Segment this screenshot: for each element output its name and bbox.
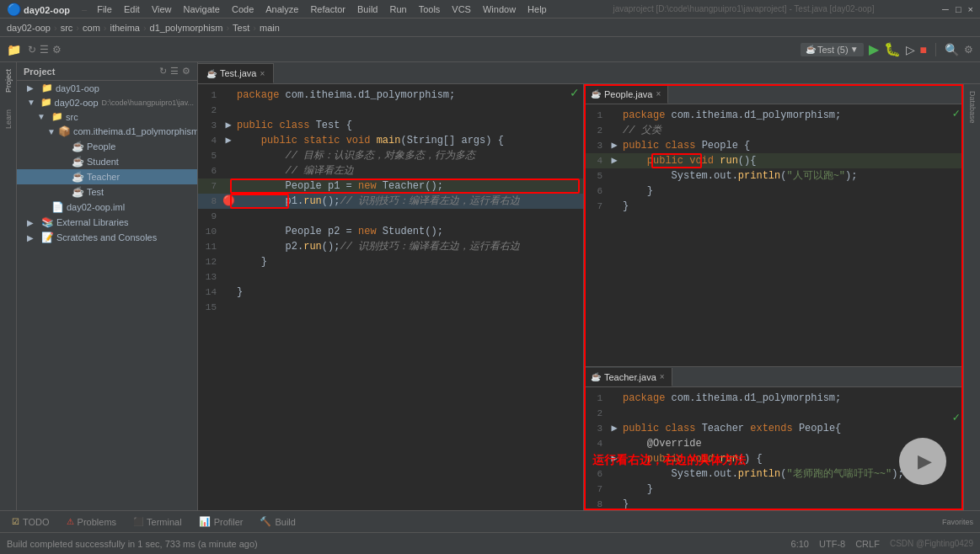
menu-navigate[interactable]: Navigate xyxy=(179,3,225,16)
breadcrumb-part[interactable]: main xyxy=(260,23,280,33)
play-icon: ▶ xyxy=(918,450,932,472)
run-config-dropdown[interactable]: ☕ Test (5) ▼ xyxy=(801,43,864,56)
menu-code[interactable]: Code xyxy=(227,3,259,16)
menu-edit[interactable]: Edit xyxy=(119,3,145,16)
tree-item-people[interactable]: ☕ People xyxy=(17,139,197,154)
panel-settings-icon[interactable]: ⚙ xyxy=(182,66,190,77)
list-icon[interactable]: ☰ xyxy=(40,44,49,56)
sync-icon[interactable]: ↻ xyxy=(28,44,36,56)
search-button[interactable]: 🔍 xyxy=(945,43,959,56)
code-line: 8 } xyxy=(584,497,963,510)
code-body-people[interactable]: 1 package com.itheima.d1_polymorphism; 2… xyxy=(584,104,963,366)
project-side-icon[interactable]: Project xyxy=(4,69,13,93)
encoding[interactable]: UTF-8 xyxy=(819,539,845,549)
project-icon: 📁 xyxy=(7,43,21,56)
tree-item-test[interactable]: ☕ Test xyxy=(17,184,197,200)
settings-button[interactable]: ⚙ xyxy=(964,44,973,56)
code-line: 4 ▶ public static void main(String[] arg… xyxy=(198,133,583,148)
menu-vcs[interactable]: VCS xyxy=(447,3,476,16)
panel-list-icon[interactable]: ☰ xyxy=(170,66,179,77)
play-overlay[interactable]: ▶ xyxy=(899,438,946,485)
validation-checkmark-teacher: ✓ xyxy=(953,411,960,424)
status-bar: Build completed successfully in 1 sec, 7… xyxy=(0,532,980,554)
tree-item-student[interactable]: ☕ Student xyxy=(17,154,197,169)
menu-window[interactable]: Window xyxy=(478,3,521,16)
code-line: 1 package com.itheima.d1_polymorphism; xyxy=(584,108,963,123)
tree-item-ext-libs[interactable]: ▶ 📚 External Libraries xyxy=(17,215,197,230)
tree-item-scratches[interactable]: ▶ 📝 Scratches and Consoles xyxy=(17,230,197,245)
editor-right-bottom: ☕ Teacher.java × 1 package com.itheima.d… xyxy=(584,367,963,510)
menu-file[interactable]: File xyxy=(92,3,117,16)
tree-item-src[interactable]: ▼ 📁 src xyxy=(17,109,197,124)
menu-run[interactable]: Run xyxy=(384,3,411,16)
editor-right: ☕ People.java × 1 package com.itheima.d1… xyxy=(584,84,963,510)
tree-item-package[interactable]: ▼ 📦 com.itheima.d1_polymorphism xyxy=(17,124,197,139)
code-line: 7 } xyxy=(584,199,963,214)
stop-button[interactable]: ■ xyxy=(920,43,927,56)
breadcrumb-part[interactable]: Test xyxy=(233,23,249,33)
bottom-tab-todo[interactable]: ☑ TODO xyxy=(7,515,55,529)
bottom-tab-build[interactable]: 🔨 Build xyxy=(254,514,300,529)
tree-item-teacher[interactable]: ☕ Teacher xyxy=(17,169,197,184)
breadcrumb-part[interactable]: d1_polymorphism xyxy=(150,23,223,33)
learn-side-icon[interactable]: Learn xyxy=(4,109,13,129)
favorites-side-icon[interactable]: Favorites xyxy=(942,518,973,526)
bottom-tab-profiler[interactable]: 📊 Profiler xyxy=(194,514,249,529)
code-line: 2 xyxy=(584,406,963,421)
coverage-button[interactable]: ▷ xyxy=(906,43,915,56)
tree-item-day02[interactable]: ▼ 📁 day02-oop D:\code\huangpuipro1\jav..… xyxy=(17,95,197,109)
code-line: 5 // 目标：认识多态，对象多态，行为多态 xyxy=(198,148,583,163)
terminal-icon: ⬛ xyxy=(133,517,143,526)
code-line: 3 ▶ public class Teacher extends People{ xyxy=(584,421,963,436)
code-line: 11 p2.run();// 识别技巧：编译看左边，运行看右边 xyxy=(198,239,583,254)
breadcrumb-part[interactable]: itheima xyxy=(110,23,139,33)
gear-icon[interactable]: ⚙ xyxy=(52,44,62,56)
editor-tab-bar-top: ☕ People.java × xyxy=(584,84,963,104)
menu-bar: 🔵 day02-oop – File Edit View Navigate Co… xyxy=(0,0,980,19)
bottom-toolbar: ☑ TODO ⚠ Problems ⬛ Terminal 📊 Profiler … xyxy=(0,510,980,532)
tab-close-people[interactable]: × xyxy=(656,89,661,99)
bottom-tab-terminal[interactable]: ⬛ Terminal xyxy=(128,515,187,529)
debug-button[interactable]: 🐛 xyxy=(884,41,901,57)
code-line: 13 xyxy=(198,269,583,285)
menu-build[interactable]: Build xyxy=(352,3,383,16)
line-sep[interactable]: CRLF xyxy=(855,539,880,549)
tree-item-day01[interactable]: ▶ 📁 day01-oop xyxy=(17,81,197,95)
breadcrumb-part[interactable]: com xyxy=(83,23,100,33)
todo-icon: ☑ xyxy=(12,517,19,526)
tab-test-java[interactable]: ☕ Test.java × xyxy=(198,63,274,83)
panel-sync-icon[interactable]: ↻ xyxy=(159,66,167,77)
code-line: 5 System.out.println("人可以跑~"); xyxy=(584,168,963,184)
menu-tools[interactable]: Tools xyxy=(414,3,446,16)
menu-help[interactable]: Help xyxy=(522,3,552,16)
validation-checkmark: ✓ xyxy=(570,86,580,99)
toolbar: 📁 ↻ ☰ ⚙ ☕ Test (5) ▼ ▶ 🐛 ▷ ■ 🔍 ⚙ xyxy=(0,37,980,62)
code-line: 9 xyxy=(198,209,583,224)
code-body-test[interactable]: 1 package com.itheima.d1_polymorphism; 2… xyxy=(198,84,583,510)
menu-view[interactable]: View xyxy=(147,3,177,16)
tab-teacher-java[interactable]: ☕ Teacher.java × xyxy=(584,368,672,386)
menu-refactor[interactable]: Refactor xyxy=(305,3,351,16)
breadcrumb-part[interactable]: day02-oop xyxy=(7,23,51,33)
code-line-7: 7 People p1 = new Teacher(); xyxy=(198,178,583,194)
build-status: Build completed successfully in 1 sec, 7… xyxy=(7,539,258,549)
editor-right-top: ☕ People.java × 1 package com.itheima.d1… xyxy=(584,84,963,367)
breadcrumb-part[interactable]: src xyxy=(61,23,73,33)
maximize-btn[interactable]: □ xyxy=(956,4,961,14)
collapse-icon: ▼ xyxy=(27,98,38,107)
cursor-position: 6:10 xyxy=(791,539,809,549)
code-line: 2 xyxy=(198,103,583,118)
tree-item-iml[interactable]: 📄 day02-oop.iml xyxy=(17,200,197,215)
code-line: 6 } xyxy=(584,184,963,199)
tab-close-test[interactable]: × xyxy=(260,69,265,78)
tab-people-java[interactable]: ☕ People.java × xyxy=(584,85,668,104)
bottom-tab-problems[interactable]: ⚠ Problems xyxy=(62,515,121,529)
database-side-icon[interactable]: Database xyxy=(968,91,977,124)
minimize-btn[interactable]: ─ xyxy=(942,4,949,14)
code-line: 7 } xyxy=(584,482,963,497)
menu-analyze[interactable]: Analyze xyxy=(260,3,303,16)
run-button[interactable]: ▶ xyxy=(869,41,879,57)
code-line-8: 8 🔴 p1.run();// 识别技巧：编译看左边，运行看右边 xyxy=(198,194,583,209)
close-btn[interactable]: × xyxy=(968,4,973,14)
tab-close-teacher[interactable]: × xyxy=(660,372,665,381)
